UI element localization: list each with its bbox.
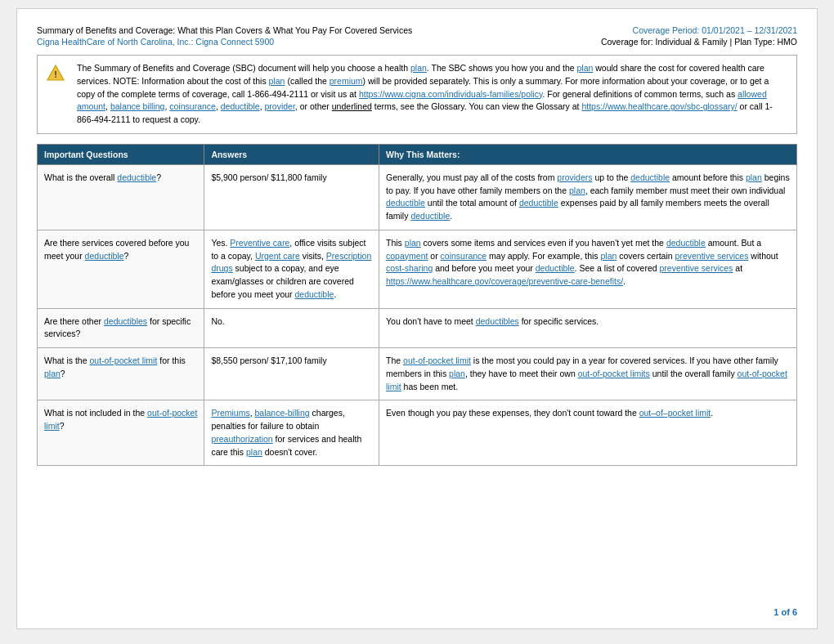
table-header-row: Important Questions Answers Why This Mat… [38,144,797,164]
warning-icon: ! [46,62,70,127]
deductible-link-q2[interactable]: deductible [85,251,124,261]
table-row: What is not included in the out-of-pocke… [38,400,797,466]
deductibles-link-w3[interactable]: deductibles [476,316,519,326]
balance-billing-link[interactable]: balance billing [110,101,165,111]
answer-cell-3: No. [204,308,379,348]
doc-title: Summary of Benefits and Coverage: What t… [37,25,412,35]
copayment-link[interactable]: copayment [386,251,428,261]
preventive-services-link-1[interactable]: preventive services [675,251,749,261]
providers-link[interactable]: providers [557,172,592,182]
cigna-url[interactable]: https://www.cigna.com/individuals-famili… [359,89,542,99]
header-row2: Cigna HealthCare of North Carolina, Inc.… [37,37,797,47]
question-cell-5: What is not included in the out-of-pocke… [38,400,204,466]
plan-link-w4[interactable]: plan [600,251,617,261]
why-cell-2: This plan covers some items and services… [379,230,797,308]
col-header-why: Why This Matters: [379,144,797,164]
deductible-link-w3[interactable]: deductible [519,198,558,208]
preventive-services-link-2[interactable]: preventive services [660,263,733,273]
premiums-link[interactable]: Premiums [211,408,249,418]
why-cell-5: Even though you pay these expenses, they… [379,400,797,466]
why-cell-3: You don't have to meet deductibles for s… [379,308,797,348]
question-cell-3: Are there other deductibles for specific… [38,308,204,348]
answer-cell-1: $5,900 person/ $11,800 family [204,164,379,230]
coverage-for: Coverage for: Individual & Family | Plan… [601,37,797,47]
main-table: Important Questions Answers Why This Mat… [37,144,797,467]
document-page: Summary of Benefits and Coverage: What t… [16,8,818,629]
notice-box: ! The Summary of Benefits and Coverage (… [37,55,797,134]
plan-link-q4[interactable]: plan [44,369,61,378]
svg-text:!: ! [54,69,57,79]
coinsurance-link-w[interactable]: coinsurance [441,251,487,261]
plan-link-w3[interactable]: plan [405,238,421,248]
premium-link[interactable]: premium [330,76,363,86]
plan-link-a5[interactable]: plan [246,447,262,457]
oop-limit-link-q4[interactable]: out-of-pocket limit [89,356,157,365]
deductible-link-w1[interactable]: deductible [630,172,670,182]
deductible-link[interactable]: deductible [221,101,260,111]
oop-limits-link-w4[interactable]: out-of-pocket limits [578,369,650,378]
deductible-link-q1[interactable]: deductible [117,172,156,182]
question-cell-4: What is the out-of-pocket limit for this… [38,348,204,400]
deductible-link-w5[interactable]: deductible [666,238,706,248]
provider-link[interactable]: provider [264,101,294,111]
deductible-link-w2[interactable]: deductible [386,198,425,208]
answer-cell-2: Yes. Preventive care, office visits subj… [204,230,379,308]
table-row: Are there services covered before you me… [38,230,797,308]
plan-link-1[interactable]: plan [410,63,427,73]
preauthorization-link[interactable]: preauthorization [211,434,272,444]
plan-link-3[interactable]: plan [269,76,285,86]
notice-text: The Summary of Benefits and Coverage (SB… [77,62,788,127]
question-cell-2: Are there services covered before you me… [38,230,204,308]
document-header: Summary of Benefits and Coverage: What t… [37,25,797,35]
plan-link-w1[interactable]: plan [746,172,762,182]
oop-limit-link-w4[interactable]: out-of-pocket limit [403,356,471,365]
cost-sharing-link[interactable]: cost-sharing [386,263,433,273]
table-row: What is the overall deductible? $5,900 p… [38,164,797,230]
urgent-care-link[interactable]: Urgent care [255,251,300,261]
plan-link-w2[interactable]: plan [569,186,585,195]
deductible-link-w4[interactable]: deductible [410,211,450,221]
deductible-link-a2[interactable]: deductible [295,289,334,299]
table-row: What is the out-of-pocket limit for this… [38,348,797,400]
coverage-period: Coverage Period: 01/01/2021 – 12/31/2021 [633,25,797,35]
deductible-link-w6[interactable]: deductible [536,263,575,273]
deductibles-link-q3[interactable]: deductibles [104,316,147,326]
page-number: 1 of 6 [773,607,797,617]
oop-limit-link-q5[interactable]: out-of-pocket limit [44,408,197,431]
org-name: Cigna HealthCare of North Carolina, Inc.… [37,37,274,47]
col-header-answers: Answers [204,144,379,164]
why-cell-1: Generally, you must pay all of the costs… [379,164,797,230]
preventive-care-link[interactable]: Preventive care [230,238,289,248]
plan-link-2[interactable]: plan [577,63,594,73]
underlined-terms: underlined [332,101,372,111]
preventive-care-url[interactable]: https://www.healthcare.gov/coverage/prev… [386,276,623,286]
answer-cell-5: Premiums, balance-billing charges, penal… [204,400,379,466]
glossary-url[interactable]: https://www.healthcare.gov/sbc-glossary/ [581,101,737,111]
col-header-questions: Important Questions [38,144,204,164]
balance-billing-link-a5[interactable]: balance-billing [254,408,309,418]
answer-cell-4: $8,550 person/ $17,100 family [204,348,379,400]
question-cell-1: What is the overall deductible? [38,164,204,230]
page-current: 1 [773,607,778,617]
oop-limit-link-w5[interactable]: out–of–pocket limit [639,408,711,418]
why-cell-4: The out-of-pocket limit is the most you … [379,348,797,400]
page-total: 6 [792,607,797,617]
table-row: Are there other deductibles for specific… [38,308,797,348]
plan-link-w5[interactable]: plan [449,369,465,378]
coinsurance-link[interactable]: coinsurance [169,101,216,111]
